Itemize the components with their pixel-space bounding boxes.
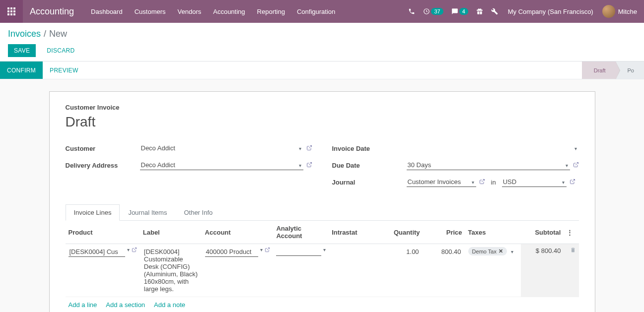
remove-tax-icon[interactable]: ✕ (499, 248, 503, 254)
status-bar: Confirm Preview Draft Po (0, 62, 644, 79)
delivery-address-field[interactable] (140, 160, 303, 170)
form-sheet: Customer Invoice Draft Customer ▾ (49, 91, 595, 312)
cell-intrastat[interactable] (332, 247, 377, 249)
form-col-left: Customer ▾ Delivery Address (66, 142, 312, 192)
messages-icon[interactable]: 4 (447, 0, 472, 23)
discard-button[interactable]: Discard (41, 44, 80, 57)
debug-icon[interactable] (487, 0, 502, 23)
label-journal: Journal (332, 179, 407, 186)
user-avatar[interactable] (602, 5, 615, 18)
due-date-field[interactable] (407, 160, 570, 170)
cell-price[interactable]: 800.40 (426, 247, 462, 256)
external-link-icon[interactable] (265, 247, 270, 254)
main-navbar: Accounting Dashboard Customers Vendors A… (0, 0, 644, 23)
breadcrumb: Invoices / New (8, 29, 636, 39)
th-product[interactable]: Product (66, 221, 140, 244)
th-account[interactable]: Account (202, 221, 274, 244)
external-link-icon[interactable] (132, 247, 137, 254)
cell-subtotal: $ 800.40 (536, 247, 561, 254)
breadcrumb-parent[interactable]: Invoices (8, 29, 41, 39)
menu-vendors[interactable]: Vendors (172, 0, 208, 23)
caret-down-icon[interactable]: ▾ (260, 247, 263, 252)
svg-line-16 (267, 248, 270, 250)
th-intrastat[interactable]: Intrastat (329, 221, 380, 244)
caret-down-icon[interactable]: ▾ (323, 247, 326, 252)
menu-customers[interactable]: Customers (129, 0, 172, 23)
sheet-subtitle: Customer Invoice (66, 104, 579, 111)
cell-label[interactable]: [DESK0004] Customizable Desk (CONFIG) (A… (143, 247, 199, 294)
label-customer: Customer (66, 145, 140, 152)
columns-menu-icon[interactable]: ⋮ (564, 221, 578, 244)
control-buttons: Save Discard (8, 44, 636, 57)
app-title[interactable]: Accounting (23, 6, 85, 17)
menu-reporting[interactable]: Reporting (251, 0, 291, 23)
svg-line-12 (575, 162, 578, 165)
caret-down-icon[interactable]: ▾ (127, 247, 130, 252)
status-draft[interactable]: Draft (582, 62, 616, 79)
preview-button[interactable]: Preview (43, 62, 85, 79)
external-link-icon[interactable] (479, 179, 485, 186)
tab-invoice-lines[interactable]: Invoice Lines (66, 204, 120, 221)
svg-line-11 (309, 162, 312, 165)
cell-account[interactable]: 400000 Product (205, 247, 259, 257)
phone-icon[interactable] (404, 0, 419, 23)
svg-rect-0 (7, 7, 9, 9)
user-name[interactable]: Mitche (618, 8, 640, 15)
cell-product[interactable]: [DESK0004] Cus (69, 247, 125, 257)
external-link-icon[interactable] (570, 179, 575, 186)
currency-field[interactable] (502, 177, 567, 187)
invoice-date-field[interactable] (407, 143, 579, 153)
th-taxes[interactable]: Taxes (465, 221, 521, 244)
customer-field[interactable] (140, 143, 303, 153)
add-line-link[interactable]: Add a line (69, 301, 97, 309)
tab-journal-items[interactable]: Journal Items (120, 204, 175, 221)
th-subtotal[interactable]: Subtotal (521, 221, 564, 244)
notebook-tabs: Invoice Lines Journal Items Other Info (66, 204, 579, 221)
cell-analytic[interactable] (276, 247, 321, 256)
breadcrumb-current: New (49, 29, 67, 39)
svg-rect-4 (10, 10, 12, 12)
external-link-icon[interactable] (306, 162, 312, 169)
svg-line-13 (482, 179, 485, 182)
tab-other-info[interactable]: Other Info (175, 204, 221, 221)
external-link-icon[interactable] (306, 145, 312, 152)
status-steps: Draft Po (582, 62, 644, 79)
svg-rect-7 (10, 13, 12, 15)
confirm-button[interactable]: Confirm (0, 62, 43, 79)
main-menu: Dashboard Customers Vendors Accounting R… (85, 0, 341, 23)
svg-rect-3 (7, 10, 9, 12)
svg-line-14 (572, 179, 575, 182)
th-price[interactable]: Price (423, 221, 465, 244)
status-buttons: Confirm Preview (0, 62, 85, 79)
th-quantity[interactable]: Quantity (380, 221, 423, 244)
breadcrumb-separator: / (44, 29, 46, 39)
label-due-date: Due Date (332, 162, 407, 169)
activities-badge: 37 (431, 8, 443, 15)
tax-tag[interactable]: Demo Tax ✕ (468, 247, 507, 255)
sheet-header: Customer Invoice Draft (66, 104, 579, 130)
menu-configuration[interactable]: Configuration (291, 0, 341, 23)
menu-dashboard[interactable]: Dashboard (85, 0, 129, 23)
add-note-link[interactable]: Add a note (154, 301, 185, 309)
caret-down-icon[interactable]: ▾ (511, 249, 513, 254)
journal-field[interactable] (407, 177, 476, 187)
add-section-link[interactable]: Add a section (106, 301, 145, 309)
add-links: Add a line Add a section Add a note (66, 297, 579, 312)
activities-icon[interactable]: 37 (419, 0, 447, 23)
apps-menu-icon[interactable] (0, 0, 23, 23)
table-row[interactable]: [DESK0004] Cus ▾ [DESK0004] Customizable… (66, 244, 579, 297)
label-in: in (488, 179, 499, 186)
th-label[interactable]: Label (140, 221, 202, 244)
delete-row-icon[interactable] (567, 247, 576, 254)
company-selector[interactable]: My Company (San Francisco) (502, 8, 599, 15)
svg-rect-2 (13, 7, 15, 9)
sheet-title: Draft (66, 114, 579, 130)
external-link-icon[interactable] (573, 162, 579, 169)
invoice-lines-table: Product Label Account Analytic Account I… (66, 221, 579, 312)
menu-accounting[interactable]: Accounting (207, 0, 251, 23)
svg-rect-6 (7, 13, 9, 15)
cell-quantity[interactable]: 1.00 (383, 247, 420, 256)
save-button[interactable]: Save (8, 44, 36, 57)
th-analytic[interactable]: Analytic Account (273, 221, 329, 244)
gift-icon[interactable] (472, 0, 487, 23)
